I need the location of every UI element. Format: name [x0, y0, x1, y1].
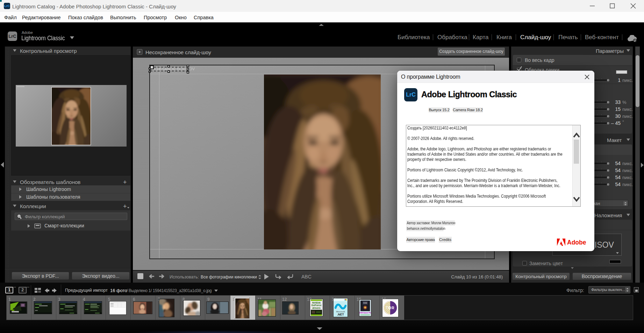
svg-text:RAM: RAM [363, 302, 367, 304]
svg-text:TOR: TOR [386, 306, 395, 310]
svg-text:RAM Saver Pro: RAM Saver Pro [359, 312, 371, 314]
svg-text:.NET: .NET [337, 313, 344, 316]
svg-text:drivers: drivers [312, 307, 321, 310]
